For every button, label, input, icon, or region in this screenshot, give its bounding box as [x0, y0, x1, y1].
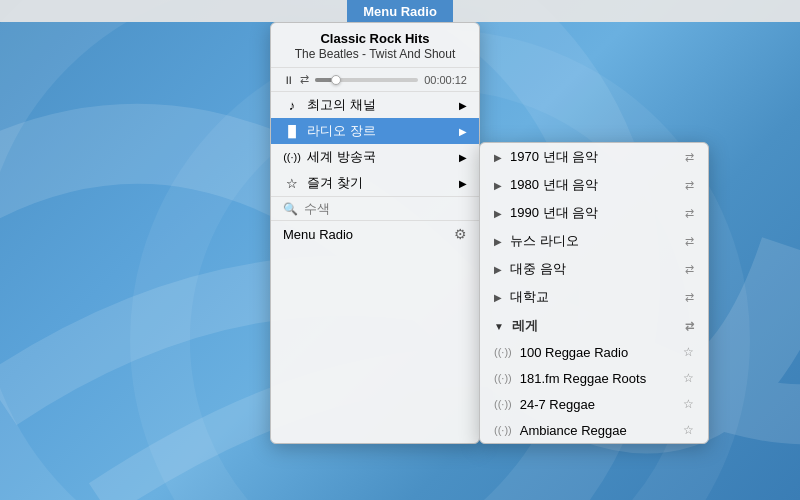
menu-item-favorites[interactable]: ☆ 즐겨 찾기 ▶ [271, 170, 479, 196]
shuffle-icon-1980s: ⇄ [685, 179, 694, 192]
submenu-item-popular[interactable]: ▶ 대중 음악 ⇄ [480, 255, 708, 283]
menu-bar-title[interactable]: Menu Radio [347, 0, 453, 22]
star-outline-icon: ☆ [283, 174, 301, 192]
play-icon-1990s: ▶ [494, 208, 502, 219]
play-icon-1970s: ▶ [494, 152, 502, 163]
play-icon-popular: ▶ [494, 264, 502, 275]
radio-wave-icon-1: ((·)) [494, 372, 512, 384]
dropdown-container: Classic Rock Hits The Beatles - Twist An… [270, 22, 709, 444]
label-1980s: 1980 년대 음악 [510, 176, 598, 194]
radio-genre-label: 라디오 장르 [307, 122, 459, 140]
label-university: 대학교 [510, 288, 549, 306]
genre-icon: ▐▌ [283, 122, 301, 140]
footer-label: Menu Radio [283, 227, 353, 242]
submenu-item-1980s[interactable]: ▶ 1980 년대 음악 ⇄ [480, 171, 708, 199]
submenu-item-1970s[interactable]: ▶ 1970 년대 음악 ⇄ [480, 143, 708, 171]
progress-handle[interactable] [331, 75, 341, 85]
radio-wave-icon-3: ((·)) [494, 424, 512, 436]
submenu: ▶ 1970 년대 음악 ⇄ ▶ 1980 년대 음악 ⇄ ▶ 1990 년대 … [479, 142, 709, 444]
search-input[interactable] [304, 201, 472, 216]
submenu-item-news[interactable]: ▶ 뉴스 라디오 ⇄ [480, 227, 708, 255]
submenu-item-247-reggae[interactable]: ((·)) 24-7 Reggae ☆ [480, 391, 708, 417]
star-icon-1[interactable]: ☆ [683, 371, 694, 385]
menu-footer: Menu Radio ⚙ [271, 220, 479, 247]
menu-item-world-broadcast[interactable]: ((·)) 세계 방송국 ▶ [271, 144, 479, 170]
reggae-expand-icon: ▼ [494, 321, 504, 332]
label-181fm: 181.fm Reggae Roots [520, 371, 646, 386]
label-247-reggae: 24-7 Reggae [520, 397, 595, 412]
shuffle-icon-popular: ⇄ [685, 263, 694, 276]
menu-bar: Menu Radio [0, 0, 800, 22]
submenu-item-181fm[interactable]: ((·)) 181.fm Reggae Roots ☆ [480, 365, 708, 391]
reggae-section-header: ▼ 레게 ⇄ [480, 311, 708, 339]
pause-button[interactable]: ⏸ [283, 74, 294, 86]
submenu-item-university[interactable]: ▶ 대학교 ⇄ [480, 283, 708, 311]
broadcast-icon: ((·)) [283, 148, 301, 166]
menu-item-best-channel[interactable]: ♪ 최고의 채널 ▶ [271, 92, 479, 118]
label-ambiance-reggae: Ambiance Reggae [520, 423, 627, 438]
star-icon-3[interactable]: ☆ [683, 423, 694, 437]
shuffle-icon-1990s: ⇄ [685, 207, 694, 220]
radio-wave-icon-0: ((·)) [494, 346, 512, 358]
search-icon: 🔍 [283, 202, 298, 216]
label-popular: 대중 음악 [510, 260, 566, 278]
arrow-icon-0: ▶ [459, 100, 467, 111]
play-icon-1980s: ▶ [494, 180, 502, 191]
shuffle-icon-university: ⇄ [685, 291, 694, 304]
star-icon-2[interactable]: ☆ [683, 397, 694, 411]
label-1970s: 1970 년대 음악 [510, 148, 598, 166]
arrow-icon-2: ▶ [459, 152, 467, 163]
radio-wave-icon-2: ((·)) [494, 398, 512, 410]
shuffle-icon-reggae: ⇄ [685, 320, 694, 333]
arrow-icon-1: ▶ [459, 126, 467, 137]
world-broadcast-label: 세계 방송국 [307, 148, 459, 166]
now-playing-subtitle: The Beatles - Twist And Shout [283, 47, 467, 61]
search-section: 🔍 [271, 196, 479, 220]
main-menu: Classic Rock Hits The Beatles - Twist An… [270, 22, 480, 444]
label-news: 뉴스 라디오 [510, 232, 579, 250]
menu-item-radio-genre[interactable]: ▐▌ 라디오 장르 ▶ [271, 118, 479, 144]
time-display: 00:00:12 [424, 74, 467, 86]
shuffle-icon-1970s: ⇄ [685, 151, 694, 164]
submenu-item-100-reggae[interactable]: ((·)) 100 Reggae Radio ☆ [480, 339, 708, 365]
star-icon-0[interactable]: ☆ [683, 345, 694, 359]
favorites-label: 즐겨 찾기 [307, 174, 459, 192]
submenu-item-1990s[interactable]: ▶ 1990 년대 음악 ⇄ [480, 199, 708, 227]
arrow-icon-3: ▶ [459, 178, 467, 189]
label-1990s: 1990 년대 음악 [510, 204, 598, 222]
reggae-header-label: 레게 [512, 317, 538, 335]
now-playing-section: Classic Rock Hits The Beatles - Twist An… [271, 23, 479, 68]
settings-gear-icon[interactable]: ⚙ [454, 226, 467, 242]
label-100-reggae: 100 Reggae Radio [520, 345, 628, 360]
shuffle-icon-news: ⇄ [685, 235, 694, 248]
submenu-item-ambiance-reggae[interactable]: ((·)) Ambiance Reggae ☆ [480, 417, 708, 443]
best-channel-label: 최고의 채널 [307, 96, 459, 114]
play-icon-university: ▶ [494, 292, 502, 303]
progress-bar[interactable] [315, 78, 418, 82]
play-icon-news: ▶ [494, 236, 502, 247]
now-playing-title: Classic Rock Hits [283, 31, 467, 46]
music-note-icon: ♪ [283, 96, 301, 114]
shuffle-button[interactable]: ⇄ [300, 73, 309, 86]
playback-controls: ⏸ ⇄ 00:00:12 [271, 68, 479, 92]
